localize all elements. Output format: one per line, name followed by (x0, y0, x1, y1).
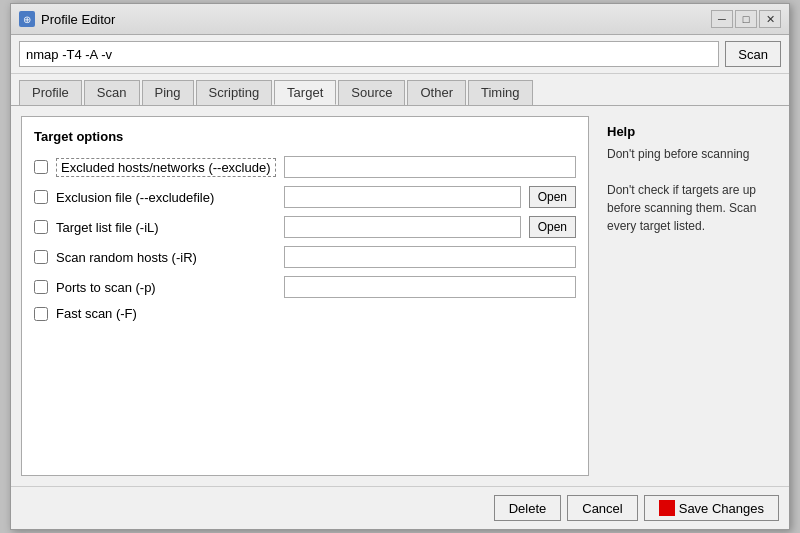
label-target-list: Target list file (-iL) (56, 220, 276, 235)
checkbox-scan-random[interactable] (34, 250, 48, 264)
checkbox-fast-scan[interactable] (34, 307, 48, 321)
cancel-button[interactable]: Cancel (567, 495, 637, 521)
tab-source[interactable]: Source (338, 80, 405, 105)
option-row-exclusion-file: Exclusion file (--excludefile) Open (34, 186, 576, 208)
label-scan-random: Scan random hosts (-iR) (56, 250, 276, 265)
tabs-bar: Profile Scan Ping Scripting Target Sourc… (11, 74, 789, 106)
tab-scripting[interactable]: Scripting (196, 80, 273, 105)
input-ports-to-scan[interactable] (284, 276, 576, 298)
app-icon: ⊕ (19, 11, 35, 27)
help-panel: Help Don't ping before scanningDon't che… (599, 116, 779, 476)
save-button-label: Save Changes (679, 501, 764, 516)
tab-scan[interactable]: Scan (84, 80, 140, 105)
tab-other[interactable]: Other (407, 80, 466, 105)
window-title: Profile Editor (41, 12, 115, 27)
save-button[interactable]: Save Changes (644, 495, 779, 521)
label-fast-scan: Fast scan (-F) (56, 306, 276, 321)
checkbox-ports-to-scan[interactable] (34, 280, 48, 294)
help-title: Help (607, 124, 771, 139)
input-exclusion-file[interactable] (284, 186, 521, 208)
label-exclusion-file: Exclusion file (--excludefile) (56, 190, 276, 205)
footer: Delete Cancel Save Changes (11, 486, 789, 529)
option-row-fast-scan: Fast scan (-F) (34, 306, 576, 321)
option-row-ports-to-scan: Ports to scan (-p) (34, 276, 576, 298)
section-title: Target options (34, 129, 576, 144)
main-panel: Target options Excluded hosts/networks (… (21, 116, 589, 476)
delete-button[interactable]: Delete (494, 495, 562, 521)
option-row-target-list: Target list file (-iL) Open (34, 216, 576, 238)
title-bar-controls: ─ □ ✕ (711, 10, 781, 28)
tab-ping[interactable]: Ping (142, 80, 194, 105)
checkbox-excluded-hosts[interactable] (34, 160, 48, 174)
option-row-excluded-hosts: Excluded hosts/networks (--exclude) (34, 156, 576, 178)
tab-target[interactable]: Target (274, 80, 336, 105)
toolbar: Scan (11, 35, 789, 74)
open-button-exclusion-file[interactable]: Open (529, 186, 576, 208)
checkbox-target-list[interactable] (34, 220, 48, 234)
close-button[interactable]: ✕ (759, 10, 781, 28)
open-button-target-list[interactable]: Open (529, 216, 576, 238)
maximize-button[interactable]: □ (735, 10, 757, 28)
label-ports-to-scan: Ports to scan (-p) (56, 280, 276, 295)
help-text: Don't ping before scanningDon't check if… (607, 145, 771, 235)
scan-button[interactable]: Scan (725, 41, 781, 67)
label-excluded-hosts: Excluded hosts/networks (--exclude) (56, 158, 276, 177)
main-window: ⊕ Profile Editor ─ □ ✕ Scan Profile Scan… (10, 3, 790, 530)
minimize-button[interactable]: ─ (711, 10, 733, 28)
title-bar: ⊕ Profile Editor ─ □ ✕ (11, 4, 789, 35)
input-scan-random[interactable] (284, 246, 576, 268)
input-excluded-hosts[interactable] (284, 156, 576, 178)
command-input[interactable] (19, 41, 719, 67)
option-row-scan-random: Scan random hosts (-iR) (34, 246, 576, 268)
checkbox-exclusion-file[interactable] (34, 190, 48, 204)
tab-profile[interactable]: Profile (19, 80, 82, 105)
tab-timing[interactable]: Timing (468, 80, 533, 105)
save-icon (659, 500, 675, 516)
title-bar-left: ⊕ Profile Editor (19, 11, 115, 27)
input-target-list[interactable] (284, 216, 521, 238)
content-area: Target options Excluded hosts/networks (… (11, 106, 789, 486)
